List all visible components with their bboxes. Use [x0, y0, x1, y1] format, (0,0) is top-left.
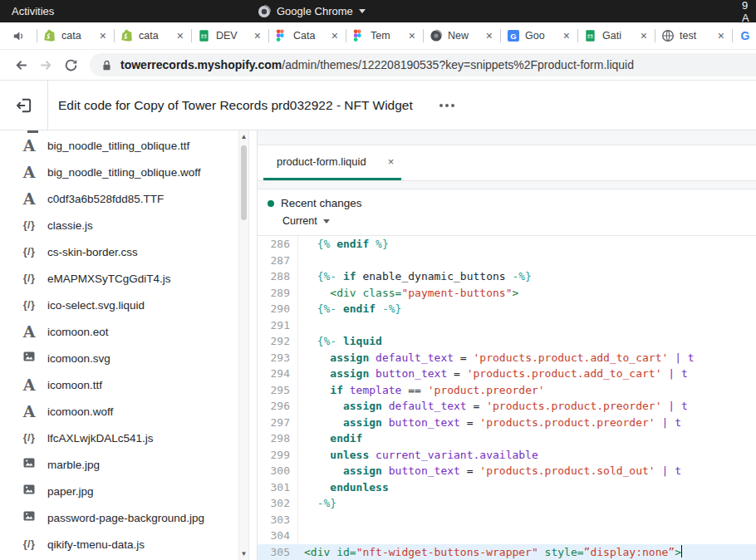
editor-tab-product-form[interactable]: product-form.liquid × [263, 145, 401, 180]
code-line-content: {% endif %} [297, 236, 389, 253]
sidebar-file-item[interactable]: icomoon.svg [0, 345, 238, 371]
code-line[interactable]: 290 {%- endif -%} [258, 301, 756, 317]
code-line[interactable]: 292 {%- liquid [258, 333, 756, 350]
code-line[interactable]: 289 <div class="payment-buttons"> [258, 285, 756, 302]
code-line[interactable]: 300 assign button_text = 'products.produ… [258, 463, 756, 479]
browser-tab[interactable]: G [732, 22, 756, 49]
code-line-content: endif [297, 430, 362, 447]
text-cursor [681, 545, 683, 558]
sidebar-file-item[interactable]: marble.jpg [0, 451, 238, 478]
sidebar-file-item[interactable]: password-page-background.jpg [0, 504, 238, 531]
tab-close-icon[interactable]: × [176, 29, 184, 42]
sheets-favicon-icon [584, 29, 597, 42]
file-name: password-page-background.jpg [47, 512, 204, 524]
page-title: Edit code for Copy of Tower Records prd0… [58, 98, 413, 113]
code-line[interactable]: 304 [258, 528, 756, 544]
globe-favicon-icon [661, 29, 675, 42]
browser-tab[interactable]: Tem× [346, 22, 423, 49]
code-line-content: assign default_text = 'products.product.… [297, 350, 695, 366]
editor-tab-close-icon[interactable]: × [388, 155, 395, 168]
tab-close-icon[interactable]: × [562, 29, 571, 42]
code-area[interactable]: 286 {% endif %}287288 {%- if enable_dyna… [258, 236, 756, 560]
version-dropdown[interactable]: Current [282, 215, 756, 227]
back-button[interactable] [8, 52, 33, 77]
font-file-icon: A [20, 404, 38, 420]
sidebar-file-item[interactable]: Aicomoon.ttf [0, 371, 238, 398]
line-number: 302 [258, 495, 297, 512]
font-file-icon: A [20, 324, 38, 340]
code-line[interactable]: 299 unless current_variant.available [258, 447, 756, 464]
exit-icon [15, 96, 33, 115]
code-line[interactable]: 297 assign button_text = 'products.produ… [258, 415, 756, 431]
sidebar-file-item[interactable]: Aicomoon.eot [0, 318, 238, 345]
tab-close-icon[interactable]: × [640, 29, 648, 42]
line-number: 288 [258, 268, 297, 285]
code-line-content: assign button_text = 'products.product.a… [297, 366, 688, 382]
browser-tab[interactable]: DEV× [191, 22, 268, 49]
sidebar-file-item[interactable]: {/}classie.js [0, 212, 238, 238]
font-file-icon: A [20, 138, 38, 154]
reload-button[interactable] [58, 52, 83, 77]
sidebar-file-item[interactable]: Aicomoon.woff [0, 398, 238, 425]
tab-close-icon[interactable]: × [99, 29, 107, 42]
code-line[interactable]: 287 [258, 253, 756, 269]
forward-button[interactable] [33, 52, 58, 77]
tab-audio-icon[interactable] [0, 22, 37, 49]
sidebar-file-item[interactable]: {/}qikify-tmenu-data.js [0, 531, 238, 558]
code-line[interactable]: 302 -%} [258, 495, 756, 512]
scroll-up-arrow-icon[interactable]: ▲ [239, 133, 248, 140]
browser-tab[interactable]: test× [655, 22, 732, 49]
code-line[interactable]: 293 assign default_text = 'products.prod… [258, 350, 756, 366]
code-line-content: assign button_text = 'products.product.s… [297, 463, 681, 479]
browser-tab[interactable]: Gati× [577, 22, 655, 49]
code-line[interactable]: 286 {% endif %} [258, 236, 756, 253]
screen: Activities Google Chrome 9 A cata×cata×D… [0, 0, 756, 560]
code-line[interactable]: 296 assign default_text = 'products.prod… [258, 398, 756, 415]
exit-code-editor-button[interactable] [0, 96, 47, 115]
code-line[interactable]: 303 [258, 512, 756, 528]
line-number: 301 [258, 479, 297, 496]
address-bar[interactable]: towerrecords.myshopify.com/admin/themes/… [90, 53, 756, 76]
file-name: c0df3a6b528fdd85.TTF [47, 193, 164, 205]
activities-button[interactable]: Activities [12, 5, 54, 17]
image-file-icon [20, 483, 38, 499]
clock-text: 9 A [742, 0, 756, 22]
browser-tab[interactable]: GGoo× [500, 22, 577, 49]
code-line[interactable]: 291 [258, 317, 756, 334]
tab-close-icon[interactable]: × [485, 29, 493, 42]
code-line[interactable]: 301 endunless [258, 479, 756, 496]
code-line[interactable]: 305<div id="nft-widget-buttons-wrapper" … [258, 544, 756, 560]
google-favicon-icon: G [739, 29, 752, 42]
tab-close-icon[interactable]: × [717, 29, 725, 42]
scrollbar-thumb[interactable] [241, 145, 247, 220]
tab-close-icon[interactable]: × [331, 29, 339, 42]
image-file-icon [20, 350, 38, 366]
sidebar-file-item[interactable]: Abig_noodle_titling_oblique.woff [0, 159, 238, 185]
editor-separator-strip [258, 180, 756, 189]
tab-close-icon[interactable]: × [408, 29, 416, 42]
tab-close-icon[interactable]: × [253, 29, 262, 42]
code-line[interactable]: 294 assign button_text = 'products.produ… [258, 366, 756, 382]
file-name: big_noodle_titling_oblique.ttf [47, 140, 189, 152]
sidebar-file-item[interactable]: {/}lfcAXLwjkDALc541.js [0, 425, 238, 451]
sidebar-file-item[interactable]: Ac0df3a6b528fdd85.TTF [0, 185, 238, 212]
code-line[interactable]: 298 endif [258, 430, 756, 447]
browser-tab[interactable]: Cata× [268, 22, 346, 49]
sidebar-file-item[interactable]: {/}cs-skin-border.css [0, 238, 238, 265]
sidebar-file-item[interactable]: {/}ico-select.svg.liquid [0, 292, 238, 318]
code-line-content: endunless [297, 479, 389, 496]
code-line[interactable]: 295 if template == 'product.preorder' [258, 382, 756, 399]
more-options-button[interactable] [434, 99, 459, 112]
focused-app-menu[interactable]: Google Chrome [258, 0, 366, 22]
scroll-down-arrow-icon[interactable]: ▼ [239, 550, 248, 558]
browser-tab[interactable]: cata× [114, 22, 191, 49]
sidebar-file-item[interactable]: Abig_noodle_titling_oblique.ttf [0, 132, 238, 159]
sidebar-file-item[interactable]: paper.jpg [0, 478, 238, 504]
browser-tab[interactable]: cata× [37, 22, 114, 49]
sidebar-scrollbar[interactable]: ▲ ▼ [238, 130, 249, 560]
sidebar-file-item[interactable]: {/}eMAPMXSyTCgGdiT4.js [0, 265, 238, 292]
code-line-content: <div id="nft-widget-buttons-wrapper" sty… [297, 544, 682, 560]
browser-tabs-container: cata×cata×DEV×Cata×Tem×New×GGoo×Gati×tes… [37, 22, 756, 49]
code-line[interactable]: 288 {%- if enable_dynamic_buttons -%} [258, 268, 756, 285]
browser-tab[interactable]: New× [423, 22, 500, 49]
